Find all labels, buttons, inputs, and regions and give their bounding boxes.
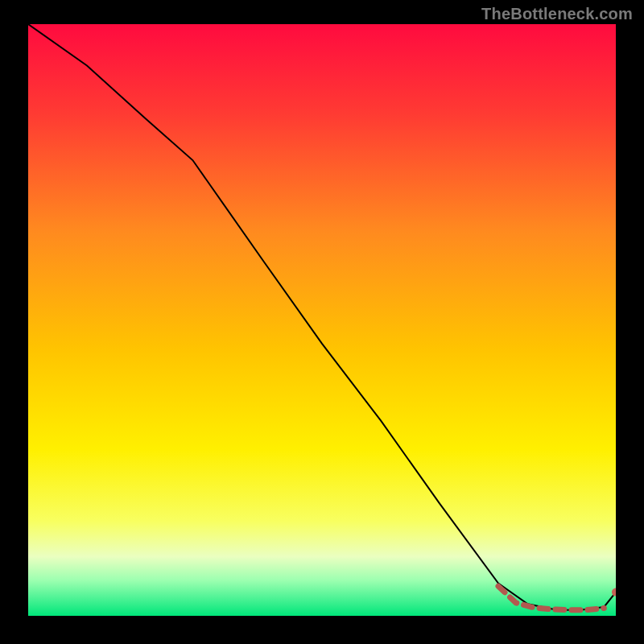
attribution-label: TheBottleneck.com — [481, 5, 633, 23]
plot-area — [28, 24, 616, 616]
chart-container: TheBottleneck.com — [0, 0, 644, 644]
gradient-background — [28, 24, 616, 616]
chart-svg — [28, 24, 616, 616]
